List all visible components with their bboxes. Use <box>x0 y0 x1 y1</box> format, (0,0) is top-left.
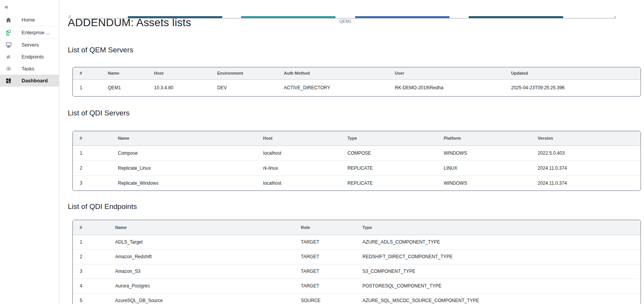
sidebar-item-tasks[interactable]: Tasks <box>0 63 59 75</box>
table-cell: 3 <box>73 264 108 279</box>
table-cell: TARGET <box>294 279 356 293</box>
table-row: 2Replicate_Linuxrk-linuxREPLICATELINUX20… <box>73 160 641 175</box>
column-header-number: # <box>73 131 111 145</box>
table-cell: localhost <box>256 145 340 160</box>
column-header-host: Host <box>256 131 340 145</box>
table-cell: COMPOSE <box>340 145 437 160</box>
dashboard-icon <box>5 77 12 85</box>
column-header-host: Host <box>147 67 210 79</box>
table-cell: localhost <box>256 175 340 190</box>
table-cell: S3_COMPONENT_TYPE <box>356 264 641 279</box>
sidebar-item-enterprise-manager[interactable]: Enterprise ... <box>0 26 59 39</box>
x-axis-right-tick <box>615 16 615 18</box>
table-cell: ACTIVE_DIRECTORY <box>277 79 388 96</box>
table-cell: 2 <box>73 160 111 175</box>
table-cell: 5 <box>73 293 108 304</box>
table-cell: REPLICATE <box>340 175 437 190</box>
table-cell: 10.3.4.80 <box>147 79 210 96</box>
table-cell: ADLS_Target <box>108 235 294 249</box>
sidebar-item-home[interactable]: Home <box>0 14 59 26</box>
table-cell: 2 <box>73 249 108 264</box>
column-header-type: Type <box>356 220 641 235</box>
sidebar-item-label: Dashboard <box>22 78 48 84</box>
sidebar-item-endpoints[interactable]: Endpoints <box>0 51 59 63</box>
table-cell: REPLICATE <box>340 160 437 175</box>
table-cell: TARGET <box>294 249 356 264</box>
table-cell: REDSHIFT_DIRECT_COMPONENT_TYPE <box>356 249 641 264</box>
enterprise-manager-icon <box>5 28 12 36</box>
report-content: ADDENDUM: Assets lists List of QEM Serve… <box>59 16 644 304</box>
section-heading-qem-servers: List of QEM Servers <box>68 45 644 55</box>
servers-icon <box>5 41 12 49</box>
column-header-name: Name <box>108 220 294 235</box>
table-cell: QEM1 <box>101 79 147 96</box>
x-axis-line <box>77 18 615 18</box>
table-cell: AZURE_ADLS_COMPONENT_TYPE <box>356 235 641 249</box>
table-header-row: #NameHostEnvironmentAuth MethodUserUpdat… <box>73 67 641 79</box>
table-header-row: #NameHostTypePlatformVersion <box>73 131 641 145</box>
table-row: 3Replicate_WindowslocalhostREPLICATEWIND… <box>73 175 641 190</box>
table-row: 1ComposelocalhostCOMPOSEWINDOWS2022.5.0.… <box>73 145 641 160</box>
column-header-number: # <box>73 220 108 235</box>
table-row: 4Aurora_PostgresTARGETPOSTGRESQL_COMPONE… <box>73 279 641 293</box>
column-header-name: Name <box>111 131 256 145</box>
table-cell: RK-DEMO-2019\Redha <box>388 79 504 96</box>
cropped-bar-chart: 0 QEM1 <box>59 16 644 25</box>
y-axis-tick-label: 0 <box>69 15 71 19</box>
qdi-endpoints-table: #NameRoleType1ADLS_TargetTARGETAZURE_ADL… <box>72 220 641 304</box>
table-row: 1ADLS_TargetTARGETAZURE_ADLS_COMPONENT_T… <box>73 235 641 249</box>
sidebar-item-label: Servers <box>22 42 39 48</box>
column-header-role: Role <box>294 220 356 235</box>
x-axis-category-label: QEM1 <box>339 19 351 23</box>
column-header-platform: Platform <box>437 131 531 145</box>
table-cell: Compose <box>111 145 256 160</box>
sidebar-item-servers[interactable]: Servers <box>0 39 59 51</box>
sidebar-collapse-icon[interactable]: « <box>5 3 8 11</box>
section-heading-qdi-servers: List of QDI Servers <box>68 109 644 118</box>
sidebar-item-label: Tasks <box>22 66 34 72</box>
table-header-row: #NameRoleType <box>73 220 641 235</box>
table-cell: WINDOWS <box>437 145 531 160</box>
column-header-environment: Environment <box>210 67 277 79</box>
table-cell: 2022.5.0.403 <box>531 145 641 160</box>
table-cell: WINDOWS <box>437 175 531 190</box>
table-row: 2Amazon_RedshiftTARGETREDSHIFT_DIRECT_CO… <box>73 249 641 264</box>
table-cell: 1 <box>73 145 111 160</box>
table-cell: TARGET <box>294 235 356 249</box>
sidebar-items: HomeEnterprise ...ServersEndpointsTasksD… <box>0 14 59 87</box>
table-cell: Aurora_Postgres <box>108 279 294 293</box>
table-cell: Amazon_Redshift <box>108 249 294 264</box>
table-cell: DEV <box>210 79 277 96</box>
table-cell: rk-linux <box>256 160 340 175</box>
table-cell: 1 <box>73 235 108 249</box>
qem-servers-table: #NameHostEnvironmentAuth MethodUserUpdat… <box>72 67 641 97</box>
table-cell: 2024.11.0.374 <box>531 175 641 190</box>
table-cell: AzureSQL_DB_Source <box>108 293 294 304</box>
table-cell: SOURCE <box>294 293 356 304</box>
column-header-type: Type <box>340 131 437 145</box>
sidebar-item-dashboard[interactable]: Dashboard <box>0 75 59 87</box>
sidebar: « HomeEnterprise ...ServersEndpointsTask… <box>0 0 59 304</box>
table-cell: POSTGRESQL_COMPONENT_TYPE <box>356 279 641 293</box>
section-heading-qdi-endpoints: List of QDI Endpoints <box>68 202 644 211</box>
table-cell: AZURE_SQL_MSCDC_SOURCE_COMPONENT_TYPE <box>356 293 641 304</box>
column-header-updated: Updated <box>504 67 641 79</box>
table-cell: Amazon_S3 <box>108 264 294 279</box>
x-axis-left-tick <box>77 18 78 20</box>
column-header-version: Version <box>531 131 641 145</box>
column-header-user: User <box>388 67 504 79</box>
column-header-name: Name <box>101 67 147 79</box>
endpoints-icon <box>5 53 12 61</box>
table-row: 3Amazon_S3TARGETS3_COMPONENT_TYPE <box>73 264 641 279</box>
table-cell: 1 <box>73 79 101 96</box>
table-cell: Replicate_Windows <box>111 175 256 190</box>
sidebar-item-label: Home <box>22 17 35 23</box>
table-cell: LINUX <box>437 160 531 175</box>
tasks-icon <box>5 65 12 73</box>
qdi-servers-table: #NameHostTypePlatformVersion1Composeloca… <box>72 131 641 191</box>
table-cell: 4 <box>73 279 108 293</box>
table-row: 1QEM110.3.4.80DEVACTIVE_DIRECTORYRK-DEMO… <box>73 79 641 96</box>
table-cell: 2024.11.0.374 <box>531 160 641 175</box>
home-icon <box>5 16 12 24</box>
column-header-number: # <box>73 67 101 79</box>
